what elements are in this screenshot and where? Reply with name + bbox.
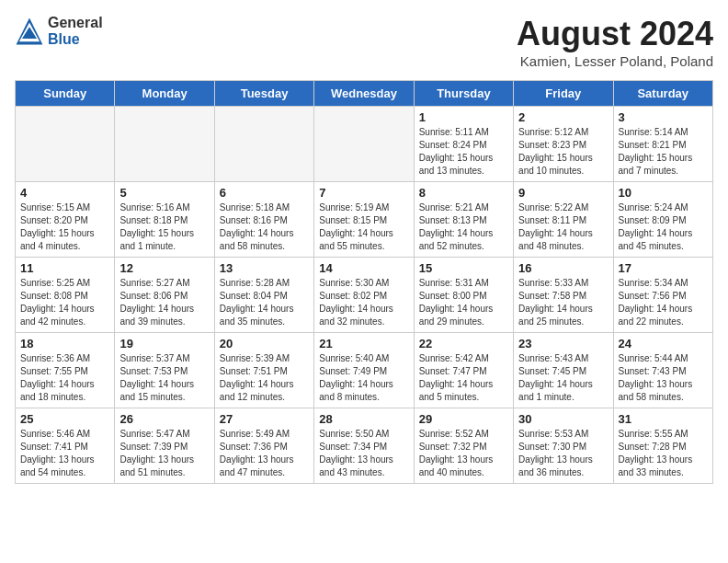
day-info: Sunrise: 5:42 AM Sunset: 7:47 PM Dayligh…: [419, 352, 508, 404]
day-info: Sunrise: 5:28 AM Sunset: 8:04 PM Dayligh…: [220, 277, 309, 328]
day-number: 12: [119, 261, 209, 275]
day-info: Sunrise: 5:33 AM Sunset: 7:58 PM Dayligh…: [518, 277, 608, 328]
day-header-tuesday: Tuesday: [214, 81, 313, 107]
day-header-monday: Monday: [115, 81, 214, 107]
day-number: 9: [518, 186, 608, 200]
day-number: 26: [119, 412, 209, 426]
day-info: Sunrise: 5:12 AM Sunset: 8:23 PM Dayligh…: [518, 126, 608, 178]
day-number: 29: [419, 412, 508, 426]
day-info: Sunrise: 5:37 AM Sunset: 7:53 PM Dayligh…: [119, 352, 209, 404]
day-cell: 21Sunrise: 5:40 AM Sunset: 7:49 PM Dayli…: [314, 333, 414, 408]
day-cell: 2Sunrise: 5:12 AM Sunset: 8:23 PM Daylig…: [514, 107, 613, 182]
day-info: Sunrise: 5:46 AM Sunset: 7:41 PM Dayligh…: [20, 428, 109, 479]
title-block: August 2024 Kamien, Lesser Poland, Polan…: [517, 15, 713, 69]
week-row-5: 25Sunrise: 5:46 AM Sunset: 7:41 PM Dayli…: [16, 408, 713, 484]
day-number: 31: [619, 412, 708, 426]
day-number: 28: [319, 412, 408, 426]
logo-blue-text: Blue: [48, 31, 103, 48]
day-cell: 23Sunrise: 5:43 AM Sunset: 7:45 PM Dayli…: [514, 333, 613, 408]
day-header-wednesday: Wednesday: [314, 81, 414, 107]
day-info: Sunrise: 5:47 AM Sunset: 7:39 PM Dayligh…: [119, 428, 209, 479]
day-info: Sunrise: 5:27 AM Sunset: 8:06 PM Dayligh…: [119, 277, 209, 328]
day-number: 20: [220, 337, 309, 350]
day-cell: 7Sunrise: 5:19 AM Sunset: 8:15 PM Daylig…: [314, 182, 414, 258]
page-header: General Blue August 2024 Kamien, Lesser …: [15, 15, 713, 69]
logo-text: General Blue: [48, 15, 103, 47]
day-number: 6: [220, 186, 309, 200]
day-info: Sunrise: 5:50 AM Sunset: 7:34 PM Dayligh…: [319, 428, 408, 479]
day-info: Sunrise: 5:15 AM Sunset: 8:20 PM Dayligh…: [20, 201, 109, 253]
week-row-2: 4Sunrise: 5:15 AM Sunset: 8:20 PM Daylig…: [16, 182, 713, 258]
day-number: 23: [518, 337, 608, 350]
day-info: Sunrise: 5:14 AM Sunset: 8:21 PM Dayligh…: [619, 126, 708, 178]
week-row-3: 11Sunrise: 5:25 AM Sunset: 8:08 PM Dayli…: [16, 258, 713, 333]
day-number: 15: [419, 261, 508, 275]
day-number: 14: [319, 261, 408, 275]
day-info: Sunrise: 5:25 AM Sunset: 8:08 PM Dayligh…: [20, 277, 109, 328]
day-cell: 20Sunrise: 5:39 AM Sunset: 7:51 PM Dayli…: [214, 333, 313, 408]
day-cell: 26Sunrise: 5:47 AM Sunset: 7:39 PM Dayli…: [115, 408, 214, 484]
day-info: Sunrise: 5:11 AM Sunset: 8:24 PM Dayligh…: [419, 126, 508, 178]
day-cell: 11Sunrise: 5:25 AM Sunset: 8:08 PM Dayli…: [16, 258, 115, 333]
day-cell: [16, 107, 115, 182]
day-cell: [115, 107, 214, 182]
location-subtitle: Kamien, Lesser Poland, Poland: [517, 53, 713, 69]
week-row-1: 1Sunrise: 5:11 AM Sunset: 8:24 PM Daylig…: [16, 107, 713, 182]
day-cell: [314, 107, 414, 182]
day-info: Sunrise: 5:22 AM Sunset: 8:11 PM Dayligh…: [518, 201, 608, 253]
day-cell: 27Sunrise: 5:49 AM Sunset: 7:36 PM Dayli…: [214, 408, 313, 484]
day-info: Sunrise: 5:30 AM Sunset: 8:02 PM Dayligh…: [319, 277, 408, 328]
day-cell: 18Sunrise: 5:36 AM Sunset: 7:55 PM Dayli…: [16, 333, 115, 408]
day-number: 24: [619, 337, 708, 350]
day-info: Sunrise: 5:44 AM Sunset: 7:43 PM Dayligh…: [619, 352, 708, 404]
day-cell: 12Sunrise: 5:27 AM Sunset: 8:06 PM Dayli…: [115, 258, 214, 333]
day-number: 1: [419, 110, 508, 124]
logo: General Blue: [15, 15, 103, 47]
day-cell: 29Sunrise: 5:52 AM Sunset: 7:32 PM Dayli…: [414, 408, 513, 484]
day-number: 25: [20, 412, 109, 426]
day-number: 30: [518, 412, 608, 426]
day-info: Sunrise: 5:52 AM Sunset: 7:32 PM Dayligh…: [419, 428, 508, 479]
day-cell: 19Sunrise: 5:37 AM Sunset: 7:53 PM Dayli…: [115, 333, 214, 408]
logo-general-text: General: [48, 15, 103, 31]
day-info: Sunrise: 5:19 AM Sunset: 8:15 PM Dayligh…: [319, 201, 408, 253]
day-number: 11: [20, 261, 109, 275]
day-cell: 5Sunrise: 5:16 AM Sunset: 8:18 PM Daylig…: [115, 182, 214, 258]
day-info: Sunrise: 5:53 AM Sunset: 7:30 PM Dayligh…: [518, 428, 608, 479]
day-number: 19: [119, 337, 209, 350]
day-cell: 6Sunrise: 5:18 AM Sunset: 8:16 PM Daylig…: [214, 182, 313, 258]
day-number: 8: [419, 186, 508, 200]
day-cell: 25Sunrise: 5:46 AM Sunset: 7:41 PM Dayli…: [16, 408, 115, 484]
day-cell: 24Sunrise: 5:44 AM Sunset: 7:43 PM Dayli…: [613, 333, 712, 408]
day-number: 5: [119, 186, 209, 200]
day-header-thursday: Thursday: [414, 81, 513, 107]
day-number: 2: [518, 110, 608, 124]
logo-icon: [15, 17, 44, 46]
day-number: 10: [619, 186, 708, 200]
day-info: Sunrise: 5:21 AM Sunset: 8:13 PM Dayligh…: [419, 201, 508, 253]
day-number: 18: [20, 337, 109, 350]
day-cell: 16Sunrise: 5:33 AM Sunset: 7:58 PM Dayli…: [514, 258, 613, 333]
month-title: August 2024: [517, 15, 713, 53]
day-cell: 3Sunrise: 5:14 AM Sunset: 8:21 PM Daylig…: [613, 107, 712, 182]
day-header-saturday: Saturday: [613, 81, 712, 107]
day-info: Sunrise: 5:39 AM Sunset: 7:51 PM Dayligh…: [220, 352, 309, 404]
day-cell: 13Sunrise: 5:28 AM Sunset: 8:04 PM Dayli…: [214, 258, 313, 333]
day-header-sunday: Sunday: [16, 81, 115, 107]
day-header-row: SundayMondayTuesdayWednesdayThursdayFrid…: [16, 81, 713, 107]
day-cell: 10Sunrise: 5:24 AM Sunset: 8:09 PM Dayli…: [613, 182, 712, 258]
day-info: Sunrise: 5:49 AM Sunset: 7:36 PM Dayligh…: [220, 428, 309, 479]
day-info: Sunrise: 5:43 AM Sunset: 7:45 PM Dayligh…: [518, 352, 608, 404]
day-header-friday: Friday: [514, 81, 613, 107]
day-number: 17: [619, 261, 708, 275]
day-info: Sunrise: 5:24 AM Sunset: 8:09 PM Dayligh…: [619, 201, 708, 253]
day-number: 7: [319, 186, 408, 200]
day-cell: 8Sunrise: 5:21 AM Sunset: 8:13 PM Daylig…: [414, 182, 513, 258]
day-number: 4: [20, 186, 109, 200]
day-cell: 15Sunrise: 5:31 AM Sunset: 8:00 PM Dayli…: [414, 258, 513, 333]
day-cell: 22Sunrise: 5:42 AM Sunset: 7:47 PM Dayli…: [414, 333, 513, 408]
day-number: 27: [220, 412, 309, 426]
day-cell: 17Sunrise: 5:34 AM Sunset: 7:56 PM Dayli…: [613, 258, 712, 333]
day-info: Sunrise: 5:36 AM Sunset: 7:55 PM Dayligh…: [20, 352, 109, 404]
day-cell: 30Sunrise: 5:53 AM Sunset: 7:30 PM Dayli…: [514, 408, 613, 484]
